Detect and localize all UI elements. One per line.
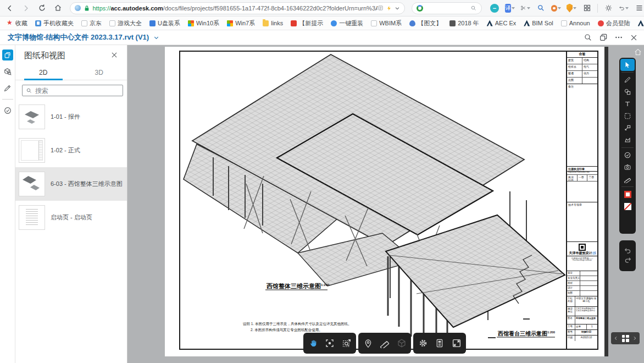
- bookmark-item[interactable]: 一键重装: [327, 18, 367, 29]
- bookmark-item[interactable]: Win10系: [184, 18, 223, 29]
- panel-search-box[interactable]: [22, 85, 123, 96]
- countersign-row: 暖通动力: [567, 71, 597, 78]
- bookmark-item[interactable]: 京东: [77, 18, 106, 29]
- tab-3d[interactable]: 3D: [71, 66, 127, 80]
- redo-icon[interactable]: [624, 257, 632, 264]
- bookmark-item[interactable]: 【新提示: [287, 18, 327, 29]
- next-sheet-icon[interactable]: [632, 336, 637, 340]
- svg-text:西馆整体三维示意图1:200: 西馆整体三维示意图1:200: [266, 283, 330, 289]
- bookmark-item[interactable]: U盘装系: [146, 18, 184, 29]
- close-icon[interactable]: [629, 33, 639, 42]
- bookmark-item[interactable]: 游戏大全: [106, 18, 146, 29]
- bookmark-item[interactable]: AEC Ex: [483, 18, 520, 29]
- browser-search-box[interactable]: [412, 2, 482, 14]
- bookmark-item[interactable]: 手机收藏夹: [31, 18, 77, 29]
- svg-text:说明 1. 本图仅用于三维示意，具体构件尺寸以及定位详见其他: 说明 1. 本图仅用于三维示意，具体构件尺寸以及定位详见其他图纸。: [243, 322, 352, 326]
- orbit-box-icon[interactable]: [395, 336, 409, 350]
- text-tool-icon[interactable]: [620, 98, 635, 110]
- settings-gear-icon[interactable]: [416, 336, 430, 350]
- url-dropdown-icon[interactable]: [395, 6, 400, 11]
- bookmark-item[interactable]: 【图文】: [406, 18, 446, 29]
- marquee-icon[interactable]: [620, 110, 635, 122]
- select-arrow-icon[interactable]: [620, 59, 635, 71]
- zoom-window-icon[interactable]: [340, 336, 354, 350]
- sheet-list-item[interactable]: 1-01 - 报件: [15, 100, 127, 134]
- bookmark-item[interactable]: links: [259, 18, 287, 29]
- issue-check-icon[interactable]: [620, 149, 635, 161]
- games-icon[interactable]: [551, 5, 557, 12]
- location-pin-icon[interactable]: [361, 336, 375, 350]
- search-engine-logo: [417, 5, 423, 12]
- panel-search-input[interactable]: [35, 87, 119, 95]
- bookmark-item[interactable]: WBIM系: [367, 18, 406, 29]
- markup-pencil-icon[interactable]: [2, 82, 13, 94]
- approval-row: 审定: [567, 271, 597, 276]
- sheet-list-item[interactable]: 启动页 - 启动页: [15, 201, 127, 234]
- reader-badge-icon[interactable]: [377, 5, 384, 11]
- sheet-grid-icon[interactable]: [622, 335, 629, 342]
- tab-2d[interactable]: 2D: [15, 66, 71, 80]
- recover-undo-icon[interactable]: [619, 3, 629, 13]
- markup-pencil-icon[interactable]: [620, 74, 635, 86]
- menu-icon[interactable]: [634, 3, 644, 13]
- camera-icon[interactable]: [620, 161, 635, 173]
- home-nav-icon[interactable]: [52, 2, 64, 14]
- bookmark-item[interactable]: 会员登陆: [594, 18, 634, 29]
- forward-icon[interactable]: [20, 2, 32, 14]
- apps-grid-icon[interactable]: [582, 3, 592, 13]
- measure-ruler-icon[interactable]: [377, 336, 392, 350]
- more-options-icon[interactable]: [614, 33, 623, 42]
- sheet-edge-shadow: [604, 47, 608, 356]
- flash-badge-icon[interactable]: [386, 5, 392, 12]
- address-bar[interactable]: https://acc.autodesk.com/docs/files/proj…: [70, 2, 405, 14]
- bookmark-item[interactable]: AEC Ex: [634, 18, 644, 29]
- home-view-icon[interactable]: [632, 47, 644, 57]
- back-icon[interactable]: [4, 2, 16, 14]
- theme-sun-icon[interactable]: [603, 3, 613, 13]
- sheet-properties-icon[interactable]: [432, 336, 447, 350]
- callout-icon[interactable]: [620, 122, 635, 134]
- browser-toolbar: https://acc.autodesk.com/docs/files/proj…: [0, 0, 644, 16]
- bookmark-item[interactable]: Win7系: [223, 18, 259, 29]
- approval-row: 设计: [567, 286, 597, 291]
- translate-icon[interactable]: 译: [505, 4, 511, 13]
- refresh-icon[interactable]: [36, 2, 48, 14]
- bookmark-item[interactable]: 2018 年: [446, 18, 483, 29]
- fill-none-swatch[interactable]: [620, 200, 635, 212]
- model-browser-icon[interactable]: [2, 66, 13, 77]
- sheet-list-item[interactable]: 6-03 - 西馆整体三维示意图: [15, 167, 127, 201]
- issues-check-icon[interactable]: [2, 105, 13, 116]
- fit-view-icon[interactable]: [323, 336, 337, 350]
- countersign-row: 给排水电气: [567, 64, 597, 71]
- security-shield-icon[interactable]: [567, 4, 573, 13]
- sheets-views-icon[interactable]: [2, 50, 13, 61]
- url-domain: acc.autodesk.com: [110, 5, 163, 12]
- search-icon[interactable]: [583, 33, 592, 42]
- browser-search-input[interactable]: [426, 4, 467, 12]
- measure-stick-icon[interactable]: [620, 173, 635, 185]
- compare-versions-icon[interactable]: [598, 33, 608, 42]
- fullscreen-icon[interactable]: [449, 336, 464, 350]
- panel-close-icon[interactable]: [110, 51, 118, 59]
- prev-sheet-icon[interactable]: [614, 336, 618, 340]
- https-lock-icon[interactable]: [84, 5, 90, 12]
- search-magnifier-icon[interactable]: [470, 5, 477, 12]
- sheet-list-item[interactable]: 1-02 - 正式: [15, 134, 127, 167]
- pan-hand-icon[interactable]: [306, 336, 320, 350]
- approval-row: 校对: [567, 281, 597, 286]
- screenshot-scissors-icon[interactable]: [520, 3, 530, 13]
- panel-title: 图纸和视图: [24, 51, 65, 61]
- find-magnifier-icon[interactable]: [536, 3, 546, 13]
- structural-3d-drawing: 西馆整体三维示意图1:200 说明 1. 本图仅用于三维示意，具体构件尺寸以及定…: [180, 52, 566, 349]
- bookmark-item[interactable]: BIM Sol: [520, 18, 557, 29]
- version-dropdown-icon[interactable]: [153, 35, 159, 41]
- stroke-color-swatch[interactable]: [620, 188, 635, 200]
- bookmark-item[interactable]: Announ: [557, 18, 594, 29]
- bookmark-favicon: [371, 20, 377, 26]
- undo-icon[interactable]: [624, 248, 632, 255]
- shapes-icon[interactable]: [620, 86, 635, 98]
- bookmark-item[interactable]: 收藏: [3, 18, 31, 29]
- pause-circle-icon[interactable]: −: [490, 4, 499, 13]
- date-row: 日期A/2023.10: [567, 336, 597, 341]
- polycloud-icon[interactable]: [620, 134, 635, 146]
